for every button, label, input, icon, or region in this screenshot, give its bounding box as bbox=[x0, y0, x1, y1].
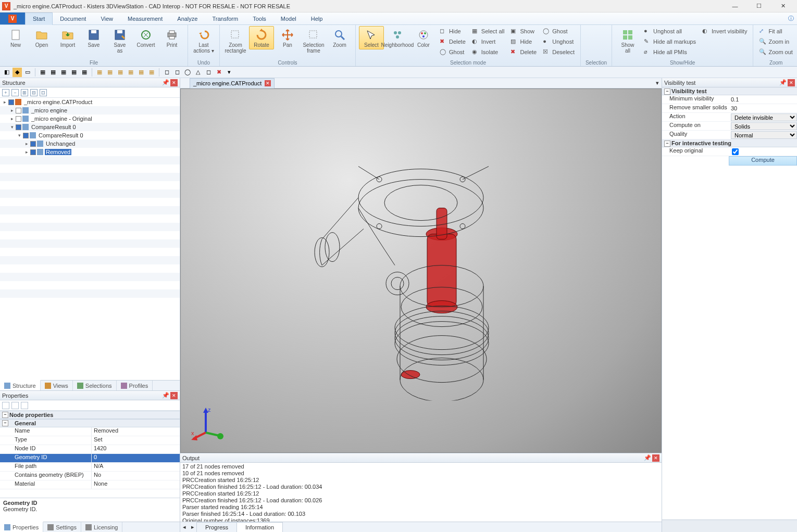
qat-button[interactable]: ▦ bbox=[95, 68, 104, 77]
hide-all-pmis-button[interactable]: ⌀Hide all PMIs bbox=[641, 47, 699, 57]
expand-button[interactable]: + bbox=[2, 89, 9, 96]
expand-toggle[interactable]: ▸ bbox=[2, 99, 7, 105]
maximize-button[interactable]: ☐ bbox=[747, 0, 771, 12]
vt-select[interactable]: Delete invisible bbox=[731, 113, 797, 121]
ribbon-tab-view[interactable]: View bbox=[93, 12, 120, 24]
sm-deselect-button[interactable]: ☒Deselect bbox=[540, 47, 577, 57]
property-value[interactable]: 0 bbox=[92, 454, 180, 462]
pin-icon[interactable]: 📌 bbox=[162, 392, 169, 399]
vt-select[interactable]: Normal bbox=[731, 131, 797, 139]
node-label[interactable]: CompareResult 0 bbox=[30, 124, 77, 130]
qat-button[interactable]: ◯ bbox=[183, 68, 192, 77]
tree-row[interactable] bbox=[0, 264, 180, 273]
last-actions-button[interactable]: Last actions ▾ bbox=[191, 26, 216, 55]
expand-toggle[interactable]: ▸ bbox=[9, 116, 15, 121]
qat-button[interactable]: ▦ bbox=[116, 68, 125, 77]
visibility-checkbox[interactable] bbox=[16, 116, 21, 122]
tree-row[interactable]: ▸ Removed bbox=[0, 148, 180, 156]
vt-category[interactable]: For interactive testing bbox=[662, 140, 797, 147]
ribbon-tab-document[interactable]: Document bbox=[53, 12, 93, 24]
collapse-all-button[interactable]: ⊟ bbox=[30, 89, 38, 96]
expand-toggle[interactable]: ▸ bbox=[9, 108, 15, 113]
qat-button[interactable]: ◻ bbox=[162, 68, 171, 77]
rotate-button[interactable]: Rotate bbox=[249, 26, 274, 49]
close-button[interactable]: ✕ bbox=[771, 0, 795, 12]
compute-button[interactable]: Compute bbox=[729, 156, 797, 166]
tree-row[interactable] bbox=[0, 189, 180, 198]
qat-button[interactable]: ◻ bbox=[172, 68, 182, 77]
property-value[interactable]: 1420 bbox=[92, 445, 180, 453]
collapse-button[interactable]: − bbox=[11, 89, 19, 96]
sm-invert-button[interactable]: ◐Invert bbox=[469, 36, 507, 47]
help-icon[interactable]: ⓘ bbox=[784, 12, 797, 24]
vt-category[interactable]: Visibility test bbox=[662, 87, 797, 95]
axis-gizmo[interactable]: z x bbox=[190, 407, 227, 443]
qat-button[interactable]: ▦ bbox=[136, 68, 146, 77]
ribbon-tab-help[interactable]: Help bbox=[304, 12, 330, 24]
qat-button[interactable]: ▦ bbox=[38, 68, 47, 77]
fit-all-button[interactable]: ⤢Fit all bbox=[756, 26, 795, 36]
zoom-out-button[interactable]: 🔍Zoom out bbox=[756, 47, 795, 57]
pin-icon[interactable]: 📌 bbox=[644, 454, 651, 462]
ribbon-tab-tools[interactable]: Tools bbox=[245, 12, 273, 24]
qat-button[interactable]: ▦ bbox=[147, 68, 156, 77]
ribbon-tab-transform[interactable]: Transform bbox=[205, 12, 245, 24]
tab-progress[interactable]: Progress bbox=[196, 522, 237, 533]
selection-frame-button[interactable]: Selection frame bbox=[301, 26, 326, 55]
tree-row[interactable]: ▾ CompareResult 0 bbox=[0, 123, 180, 131]
invert-visibility-button[interactable]: ◐Invert visibility bbox=[700, 26, 750, 36]
qat-button[interactable]: △ bbox=[193, 68, 203, 77]
color-button[interactable]: Color bbox=[411, 26, 436, 49]
tree-row[interactable] bbox=[0, 181, 180, 189]
minimize-button[interactable]: — bbox=[723, 0, 747, 12]
tree-row[interactable] bbox=[0, 164, 180, 173]
show-all-button[interactable]: Show all bbox=[615, 26, 640, 55]
tree-row[interactable] bbox=[0, 173, 180, 181]
viewport-3d[interactable]: z x bbox=[180, 88, 662, 453]
node-label[interactable]: _micro engine bbox=[30, 107, 68, 113]
qat-button[interactable]: ◆ bbox=[13, 68, 22, 77]
expand-toggle[interactable]: ▸ bbox=[24, 141, 29, 146]
prop-tb-button[interactable] bbox=[2, 402, 9, 409]
property-row[interactable]: TypeSet bbox=[0, 436, 180, 445]
property-row[interactable]: Contains geometry (BREP)No bbox=[0, 472, 180, 480]
property-row[interactable]: MaterialNone bbox=[0, 480, 180, 489]
tree-row[interactable]: ▸ _micro engine.CATProduct bbox=[0, 98, 180, 106]
visibility-checkbox[interactable] bbox=[23, 133, 29, 138]
property-row[interactable]: Geometry ID0 bbox=[0, 454, 180, 463]
expand-toggle[interactable]: ▾ bbox=[17, 133, 22, 138]
sm-ghost-button[interactable]: ◯Ghost bbox=[437, 47, 468, 57]
document-dropdown[interactable]: ▾ bbox=[653, 80, 662, 86]
tree-row[interactable] bbox=[0, 223, 180, 231]
close-panel-button[interactable]: ✕ bbox=[788, 79, 795, 86]
sm-unghost-button[interactable]: ●Unghost bbox=[540, 36, 577, 47]
sm-ghost2-button[interactable]: ◯Ghost bbox=[540, 26, 577, 36]
tab-views[interactable]: Views bbox=[41, 381, 73, 391]
neighborhood-button[interactable]: Neighborhood bbox=[385, 26, 410, 49]
properties-body[interactable]: Node properties General NameRemovedTypeS… bbox=[0, 411, 180, 498]
tree-row[interactable] bbox=[0, 239, 180, 248]
node-label[interactable]: _micro engine.CATProduct bbox=[23, 99, 93, 105]
property-value[interactable]: Removed bbox=[92, 427, 180, 436]
tab-scroll-left[interactable]: ◂ bbox=[180, 524, 189, 530]
zoom-in-button[interactable]: 🔍Zoom in bbox=[756, 36, 795, 47]
structure-tree[interactable]: ▸ _micro engine.CATProduct▸ _micro engin… bbox=[0, 98, 180, 380]
zoom-rectangle-button[interactable]: Zoom rectangle bbox=[223, 26, 248, 55]
expand-toggle[interactable]: ▸ bbox=[24, 149, 29, 155]
tab-information[interactable]: Information bbox=[236, 522, 283, 533]
sm-isolate-button[interactable]: ◉Isolate bbox=[469, 47, 507, 57]
ribbon-tab-start[interactable]: Start bbox=[25, 12, 53, 25]
vt-select[interactable]: Solids bbox=[731, 122, 797, 130]
node-label[interactable]: _micro engine - Original bbox=[30, 116, 93, 122]
save-button[interactable]: Save bbox=[81, 26, 106, 49]
tree-row[interactable] bbox=[0, 198, 180, 206]
property-value[interactable]: Set bbox=[92, 436, 180, 445]
close-panel-button[interactable]: ✕ bbox=[652, 454, 659, 462]
tree-row[interactable]: ▸ Unchanged bbox=[0, 140, 180, 148]
qat-button[interactable]: ✖ bbox=[214, 68, 223, 77]
property-value[interactable]: No bbox=[92, 472, 180, 480]
tree-row[interactable]: ▾ CompareResult 0 bbox=[0, 131, 180, 140]
tree-row[interactable]: ▸ _micro engine - Original bbox=[0, 115, 180, 123]
qat-button[interactable]: ▦ bbox=[59, 68, 68, 77]
qat-button[interactable]: ▦ bbox=[69, 68, 79, 77]
